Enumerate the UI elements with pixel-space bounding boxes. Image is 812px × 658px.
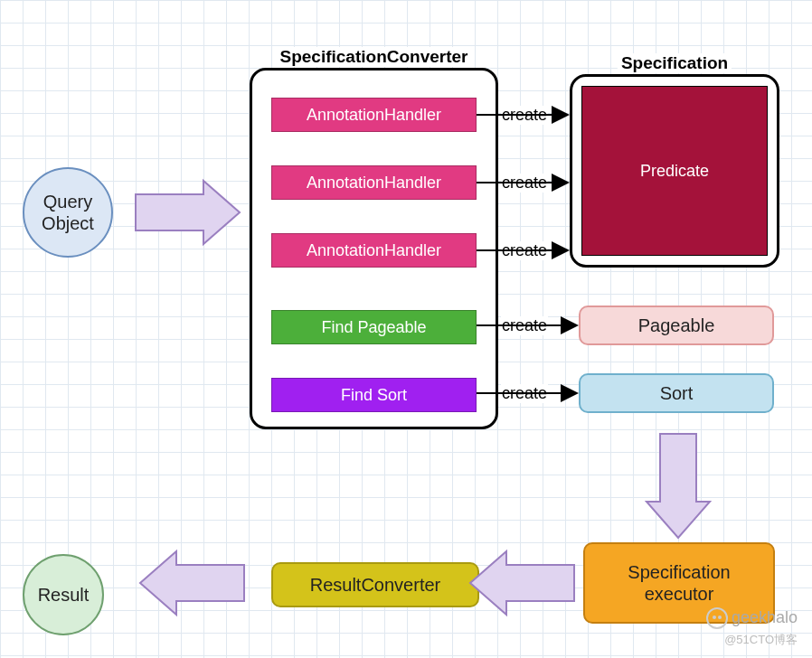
result-converter-label: ResultConverter — [310, 574, 441, 596]
annotation-handler-3: AnnotationHandler — [271, 233, 477, 268]
sort-label: Sort — [660, 382, 694, 404]
edge-label-create-1: create — [501, 106, 548, 125]
specification-converter-title: SpecificationConverter — [277, 47, 472, 67]
arrow-executor-to-resultconv — [470, 551, 574, 615]
find-pageable-box: Find Pageable — [271, 310, 477, 344]
edge-label-create-5: create — [501, 384, 548, 403]
sort-box: Sort — [579, 373, 774, 413]
annotation-handler-2: AnnotationHandler — [271, 165, 477, 200]
edge-label-create-4: create — [501, 316, 548, 335]
arrow-resultconv-to-result — [140, 551, 244, 615]
edge-label-create-2: create — [501, 174, 548, 193]
result-converter-box: ResultConverter — [271, 562, 479, 607]
annotation-handler-1: AnnotationHandler — [271, 98, 477, 132]
predicate-box: Predicate — [581, 86, 768, 256]
result-node: Result — [23, 554, 104, 635]
find-pageable-label: Find Pageable — [321, 318, 426, 337]
predicate-label: Predicate — [640, 162, 709, 181]
query-object-node: Query Object — [23, 167, 113, 258]
specification-title: Specification — [618, 53, 732, 73]
watermark-sub: @51CTO博客 — [724, 633, 798, 646]
query-object-label: Query Object — [42, 191, 94, 234]
annotation-handler-1-label: AnnotationHandler — [307, 106, 441, 125]
watermark-name: geekhalo — [732, 608, 798, 626]
specification-container: Specification Predicate — [570, 74, 779, 268]
arrow-sort-to-executor — [647, 434, 710, 538]
wechat-icon — [706, 607, 728, 629]
pageable-box: Pageable — [579, 306, 774, 345]
annotation-handler-2-label: AnnotationHandler — [307, 174, 441, 193]
pageable-label: Pageable — [638, 315, 715, 336]
find-sort-box: Find Sort — [271, 378, 477, 412]
edge-label-create-3: create — [501, 241, 548, 260]
arrow-query-to-converter — [136, 181, 240, 244]
find-sort-label: Find Sort — [341, 386, 407, 405]
annotation-handler-3-label: AnnotationHandler — [307, 241, 441, 260]
watermark: geekhalo @51CTO博客 — [706, 607, 798, 649]
specification-executor-label: Specification executor — [628, 561, 730, 605]
result-label: Result — [38, 584, 90, 606]
